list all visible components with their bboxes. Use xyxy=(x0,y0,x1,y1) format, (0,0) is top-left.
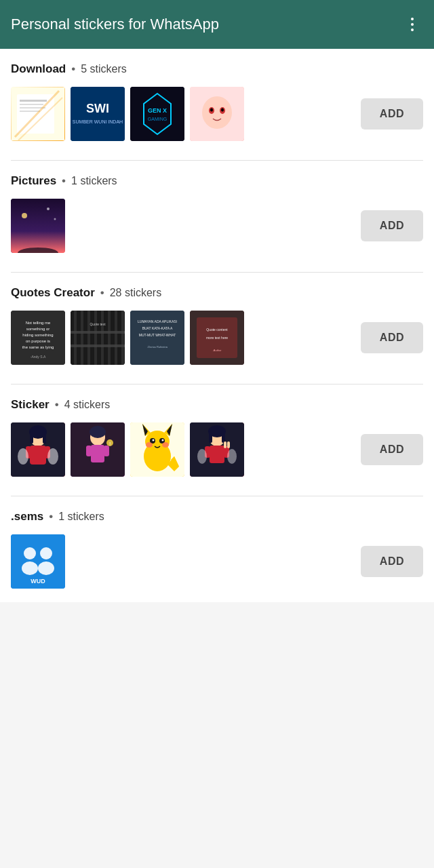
sticker-thumb xyxy=(11,87,65,141)
section-quotes: Quotes Creator • 28 stickers Not telling… xyxy=(0,273,434,384)
overflow-menu-button[interactable] xyxy=(401,14,423,35)
svg-text:GEN X: GEN X xyxy=(148,107,167,114)
app-title: Personal stickers for WhatsApp xyxy=(11,16,219,33)
svg-text:Quote content: Quote content xyxy=(206,328,228,332)
sticker-thumb xyxy=(11,422,65,477)
svg-point-64 xyxy=(47,448,58,465)
svg-point-104 xyxy=(38,561,54,575)
svg-text:GAMING: GAMING xyxy=(148,117,167,121)
section-quotes-title: Quotes Creator xyxy=(11,286,95,300)
svg-rect-11 xyxy=(130,87,184,141)
svg-text:-Author: -Author xyxy=(212,349,222,352)
section-sems-body: WUD ADD xyxy=(11,534,423,589)
sticker-thumb xyxy=(11,199,65,253)
section-download-content: Download • 5 stickers xyxy=(0,49,434,155)
download-sticker-previews: SWI SUMBER WUNI INDAH GEN X GAMING xyxy=(11,87,244,141)
svg-point-83 xyxy=(162,439,164,441)
svg-text:-Andy S.A: -Andy S.A xyxy=(31,355,46,359)
bullet-sticker: • xyxy=(55,398,59,412)
svg-rect-5 xyxy=(20,111,40,112)
svg-text:Not telling me: Not telling me xyxy=(26,321,51,325)
section-download-body: SWI SUMBER WUNI INDAH GEN X GAMING xyxy=(11,87,423,141)
svg-rect-95 xyxy=(222,431,225,443)
sticker-thumb xyxy=(130,422,184,477)
sticker-sticker-previews: ! xyxy=(11,422,244,477)
svg-rect-97 xyxy=(227,441,230,448)
svg-text:SWI: SWI xyxy=(86,102,109,115)
svg-rect-39 xyxy=(108,311,111,365)
svg-rect-61 xyxy=(30,431,33,443)
svg-rect-21 xyxy=(11,199,65,253)
svg-text:the same as lying: the same as lying xyxy=(22,345,54,349)
sticker-inner: Not telling me something or hiding somet… xyxy=(11,311,65,365)
section-sticker-content: Sticker • 4 stickers xyxy=(0,384,434,490)
section-pictures-content: Pictures • 1 stickers xyxy=(0,161,434,267)
app-header: Personal stickers for WhatsApp xyxy=(0,0,434,49)
sticker-thumb: WUD xyxy=(11,534,65,589)
svg-rect-2 xyxy=(20,100,47,102)
sticker-thumb: Not telling me something or hiding somet… xyxy=(11,311,65,365)
svg-rect-94 xyxy=(209,431,212,443)
sticker-inner: Quote content more text here -Author xyxy=(190,311,244,365)
sticker-thumb xyxy=(190,422,244,477)
section-sems-title: .sems xyxy=(11,510,43,524)
sticker-thumb: Quote content more text here -Author xyxy=(190,311,244,365)
svg-rect-34 xyxy=(74,311,77,365)
sticker-inner: WUD xyxy=(11,534,65,589)
svg-point-103 xyxy=(40,547,52,559)
svg-text:on purpose is: on purpose is xyxy=(26,339,50,343)
section-sems-header: .sems • 1 stickers xyxy=(11,510,423,524)
section-quotes-body: Not telling me something or hiding somet… xyxy=(11,311,423,365)
svg-rect-40 xyxy=(115,311,117,365)
sticker-inner xyxy=(11,87,65,141)
sticker-inner: SWI SUMBER WUNI INDAH xyxy=(71,87,125,141)
svg-rect-41 xyxy=(121,311,124,365)
svg-text:!: ! xyxy=(109,441,111,447)
add-button-sticker[interactable]: ADD xyxy=(361,434,423,465)
add-button-quotes[interactable]: ADD xyxy=(361,322,423,353)
svg-point-75 xyxy=(145,431,170,452)
svg-rect-42 xyxy=(71,331,125,334)
svg-point-99 xyxy=(227,449,237,464)
bullet-sems: • xyxy=(49,510,53,524)
bullet-download: • xyxy=(71,62,75,76)
svg-rect-69 xyxy=(104,446,109,456)
svg-point-23 xyxy=(22,213,27,218)
svg-point-19 xyxy=(210,108,213,112)
section-download-title: Download xyxy=(11,62,66,76)
sticker-inner xyxy=(190,87,244,141)
svg-text:more text here: more text here xyxy=(206,336,228,340)
quotes-sticker-previews: Not telling me something or hiding somet… xyxy=(11,311,244,365)
svg-rect-68 xyxy=(86,446,92,456)
section-sticker: Sticker • 4 stickers xyxy=(0,384,434,496)
sticker-thumb: SWI SUMBER WUNI INDAH xyxy=(71,87,125,141)
section-pictures-title: Pictures xyxy=(11,174,56,188)
svg-point-24 xyxy=(47,208,50,210)
sticker-thumb xyxy=(190,87,244,141)
add-button-sems[interactable]: ADD xyxy=(361,546,423,577)
section-pictures-body: ADD xyxy=(11,199,423,253)
section-sticker-title: Sticker xyxy=(11,398,50,412)
add-button-pictures[interactable]: ADD xyxy=(361,210,423,241)
sticker-inner xyxy=(190,422,244,477)
section-sticker-header: Sticker • 4 stickers xyxy=(11,398,423,412)
menu-dot xyxy=(411,18,414,20)
add-button-download[interactable]: ADD xyxy=(361,98,423,130)
svg-point-84 xyxy=(146,442,153,448)
section-sticker-count: 4 stickers xyxy=(64,399,111,411)
svg-rect-96 xyxy=(224,441,226,448)
svg-text:WUD: WUD xyxy=(31,578,45,585)
svg-text:SUMBER WUNI INDAH: SUMBER WUNI INDAH xyxy=(73,119,123,124)
svg-rect-37 xyxy=(94,311,97,365)
svg-rect-57 xyxy=(30,446,46,465)
section-pictures-count: 1 stickers xyxy=(71,175,117,187)
svg-rect-38 xyxy=(101,311,104,365)
svg-text:LUMAYAN ADA APLIKASI: LUMAYAN ADA APLIKASI xyxy=(138,319,177,323)
sems-sticker-previews: WUD xyxy=(11,534,65,589)
svg-point-82 xyxy=(153,439,155,441)
svg-rect-3 xyxy=(20,104,43,105)
svg-text:hiding something: hiding something xyxy=(22,333,53,337)
section-sems-content: .sems • 1 stickers xyxy=(0,496,434,602)
sticker-inner xyxy=(130,422,184,477)
svg-point-25 xyxy=(54,218,56,220)
